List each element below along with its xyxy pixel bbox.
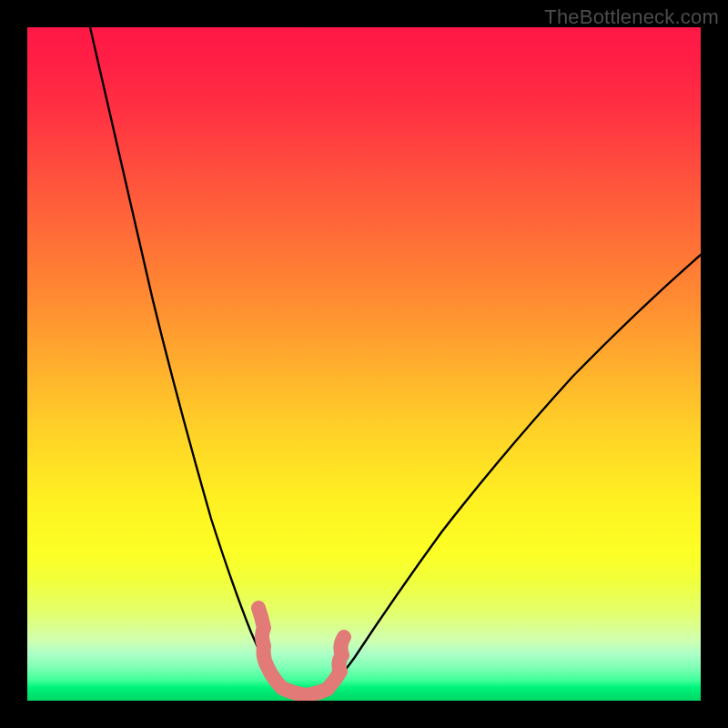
watermark-text: TheBottleneck.com: [544, 5, 719, 29]
curve-layer: [27, 27, 701, 701]
right-curve: [320, 255, 701, 694]
valley-marker: [258, 608, 344, 695]
plot-area: [27, 27, 701, 701]
left-curve: [90, 27, 289, 694]
chart-frame: TheBottleneck.com: [0, 0, 728, 728]
